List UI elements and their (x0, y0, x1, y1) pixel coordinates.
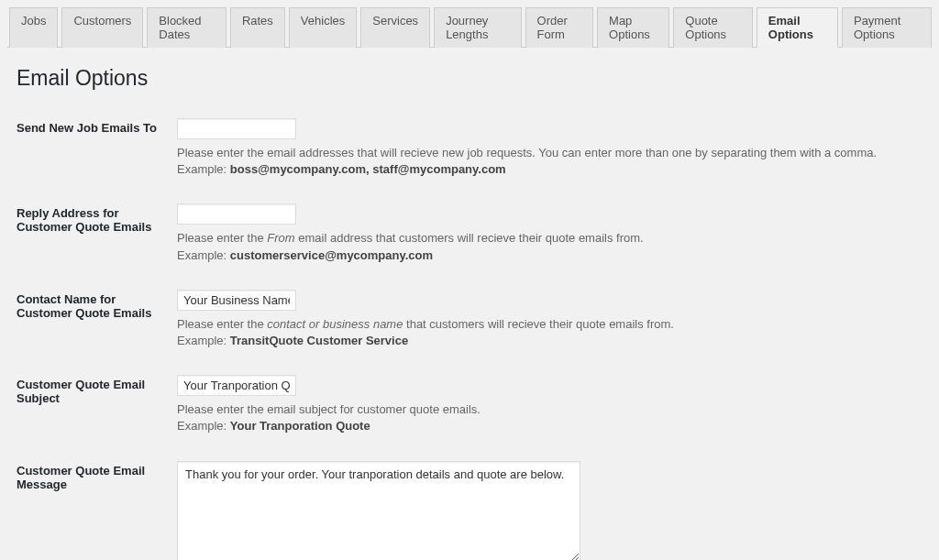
input-new-job-emails[interactable] (177, 118, 296, 139)
tab-map-options[interactable]: Map Options (597, 7, 669, 48)
tabs-nav: Jobs Customers Blocked Dates Rates Vehic… (7, 7, 932, 48)
tab-order-form[interactable]: Order Form (525, 7, 594, 48)
tab-email-options[interactable]: Email Options (757, 7, 838, 48)
tab-journey-lengths[interactable]: Journey Lengths (434, 7, 521, 48)
row-contact-name: Contact Name for Customer Quote Emails P… (7, 280, 932, 366)
tab-rates[interactable]: Rates (230, 7, 285, 48)
label-new-job-emails: Send New Job Emails To (17, 118, 177, 135)
textarea-email-message[interactable] (177, 461, 580, 561)
desc-new-job-emails: Please enter the email addresses that wi… (177, 145, 932, 178)
label-email-message: Customer Quote Email Message (17, 461, 177, 491)
label-reply-address: Reply Address for Customer Quote Emails (17, 203, 177, 234)
row-new-job-emails: Send New Job Emails To Please enter the … (7, 109, 932, 194)
tab-vehicles[interactable]: Vehicles (289, 7, 357, 48)
input-email-subject[interactable] (177, 375, 296, 396)
row-email-message: Customer Quote Email Message Please ente… (7, 452, 932, 561)
desc-email-subject: Please enter the email subject for custo… (177, 401, 932, 434)
tab-customers[interactable]: Customers (61, 7, 143, 48)
page-title: Email Options (17, 66, 932, 91)
desc-contact-name: Please enter the contact or business nam… (177, 316, 932, 349)
tab-services[interactable]: Services (360, 7, 430, 48)
row-reply-address: Reply Address for Customer Quote Emails … (7, 194, 932, 280)
input-reply-address[interactable] (177, 203, 296, 225)
tab-payment-options[interactable]: Payment Options (842, 7, 932, 48)
row-email-subject: Customer Quote Email Subject Please ente… (7, 366, 932, 451)
tab-blocked-dates[interactable]: Blocked Dates (147, 7, 226, 48)
desc-reply-address: Please enter the From email address that… (177, 230, 932, 263)
tab-jobs[interactable]: Jobs (9, 7, 58, 48)
label-contact-name: Contact Name for Customer Quote Emails (17, 290, 177, 320)
input-contact-name[interactable] (177, 290, 296, 311)
tab-quote-options[interactable]: Quote Options (673, 7, 753, 48)
label-email-subject: Customer Quote Email Subject (17, 375, 177, 405)
settings-form: Send New Job Emails To Please enter the … (7, 109, 932, 560)
